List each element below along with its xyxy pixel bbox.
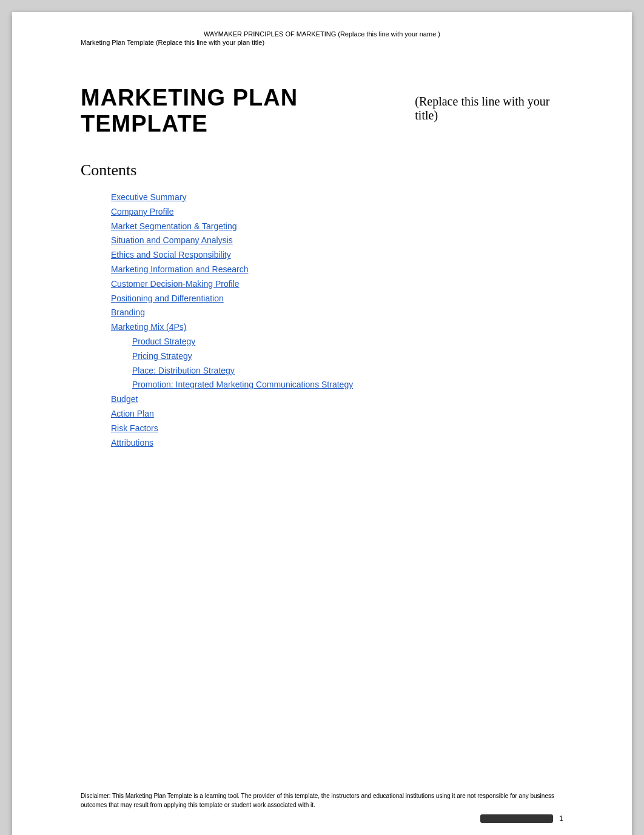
- title-subtitle: (Replace this line with your title): [415, 95, 563, 122]
- toc-link[interactable]: Marketing Information and Research: [111, 263, 563, 277]
- contents-heading: Contents: [81, 161, 563, 179]
- page-number: 1: [559, 814, 563, 823]
- toc-link[interactable]: Action Plan: [111, 407, 563, 421]
- page-footer: Disclaimer: This Marketing Plan Template…: [81, 791, 563, 823]
- header-top: WAYMAKER PRINCIPLES OF MARKETING (Replac…: [81, 30, 563, 38]
- toc-link[interactable]: Situation and Company Analysis: [111, 233, 563, 248]
- toc-link[interactable]: Product Strategy: [111, 335, 563, 349]
- page: WAYMAKER PRINCIPLES OF MARKETING (Replac…: [12, 12, 632, 835]
- toc-link[interactable]: Positioning and Differentiation: [111, 292, 563, 306]
- toc-link[interactable]: Place: Distribution Strategy: [111, 364, 563, 378]
- footer-bottom: 1: [81, 814, 563, 823]
- title-line: MARKETING PLAN TEMPLATE (Replace this li…: [81, 85, 563, 137]
- toc-link[interactable]: Company Profile: [111, 205, 563, 220]
- main-title: MARKETING PLAN TEMPLATE: [81, 85, 405, 137]
- footer-decoration: [480, 814, 553, 823]
- toc-link[interactable]: Branding: [111, 306, 563, 320]
- page-header: WAYMAKER PRINCIPLES OF MARKETING (Replac…: [12, 30, 632, 46]
- toc-link[interactable]: Marketing Mix (4Ps): [111, 320, 563, 335]
- toc-link[interactable]: Promotion: Integrated Marketing Communic…: [111, 378, 563, 392]
- toc-link[interactable]: Ethics and Social Responsibility: [111, 248, 563, 263]
- toc-link[interactable]: Executive Summary: [111, 190, 563, 205]
- toc-link[interactable]: Pricing Strategy: [111, 349, 563, 364]
- table-of-contents: Executive SummaryCompany ProfileMarket S…: [81, 190, 563, 450]
- toc-link[interactable]: Market Segmentation & Targeting: [111, 220, 563, 234]
- toc-link[interactable]: Risk Factors: [111, 421, 563, 436]
- main-content: MARKETING PLAN TEMPLATE (Replace this li…: [81, 85, 563, 450]
- toc-link[interactable]: Customer Decision-Making Profile: [111, 277, 563, 292]
- toc-link[interactable]: Attributions: [111, 436, 563, 451]
- toc-link[interactable]: Budget: [111, 392, 563, 407]
- disclaimer-text: Disclaimer: This Marketing Plan Template…: [81, 791, 563, 810]
- header-bottom: Marketing Plan Template (Replace this li…: [81, 39, 563, 46]
